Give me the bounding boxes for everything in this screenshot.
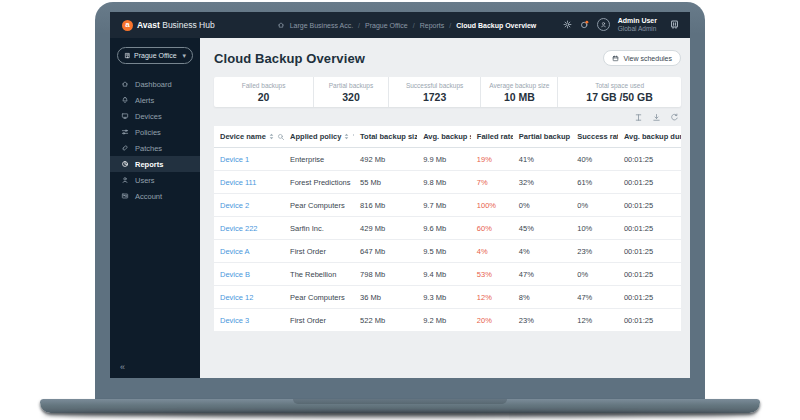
reports-icon xyxy=(121,160,129,168)
column-label: Avg. backup duration xyxy=(624,132,681,141)
cell-failed-rate: 60% xyxy=(471,217,513,240)
topbar-actions: Admin User Global Admin xyxy=(563,17,680,33)
cell-failed-rate: 4% xyxy=(471,240,513,263)
column-header-partial-backup-rate[interactable]: Partial backup rate xyxy=(513,126,571,148)
sidebar-nav: DashboardAlertsDevicesPoliciesPatchesRep… xyxy=(110,76,200,204)
stat-value: 320 xyxy=(342,91,360,103)
cell-device[interactable]: Device 3 xyxy=(214,309,284,332)
table-row[interactable]: Device 222Sarfin Inc.429 Mb9.6 Mb60%45%1… xyxy=(214,217,681,240)
sidebar-item-users[interactable]: Users xyxy=(110,172,200,188)
settings-gear-icon[interactable] xyxy=(563,20,572,29)
stat-label: Failed backups xyxy=(242,82,286,89)
avast-business-hub-app: a Avast Business Hub Large Business Acc.… xyxy=(110,12,690,378)
sort-icon[interactable] xyxy=(343,133,350,140)
cell-partial-rate: 45% xyxy=(513,217,571,240)
cell-partial-rate: 23% xyxy=(513,309,571,332)
stat-label: Total space used xyxy=(595,82,644,89)
patch-icon xyxy=(121,144,129,152)
chevron-down-icon: ▾ xyxy=(182,52,186,60)
sidebar-item-policies[interactable]: Policies xyxy=(110,124,200,140)
view-schedules-button[interactable]: View schedules xyxy=(603,50,681,66)
cell-avg-size: 9.2 Mb xyxy=(417,309,471,332)
console-switcher-icon[interactable] xyxy=(669,19,680,30)
laptop-screen: a Avast Business Hub Large Business Acc.… xyxy=(110,12,690,378)
refresh-icon[interactable] xyxy=(670,113,679,122)
column-header-avg-backup-duration[interactable]: Avg. backup duration xyxy=(618,126,681,148)
filter-icon[interactable] xyxy=(352,133,354,141)
column-header-device-name[interactable]: Device name xyxy=(214,126,284,148)
sidebar-item-dashboard[interactable]: Dashboard xyxy=(110,76,200,92)
sidebar-collapse-button[interactable]: « xyxy=(120,362,125,372)
breadcrumb-link[interactable]: Prague Office xyxy=(365,22,408,29)
cell-device[interactable]: Device 12 xyxy=(214,286,284,309)
main-content: Cloud Backup Overview View schedules Fai… xyxy=(200,38,690,378)
brand-name: Avast Business Hub xyxy=(137,20,215,30)
table-row[interactable]: Device 2Pear Computers816 Mb9.7 Mb100%0%… xyxy=(214,194,681,217)
breadcrumb-link[interactable]: Large Business Acc. xyxy=(290,22,353,29)
cell-device[interactable]: Device 2 xyxy=(214,194,284,217)
cell-device[interactable]: Device A xyxy=(214,240,284,263)
table-row[interactable]: Device 1Enterprise492 Mb9.9 Mb19%41%40%0… xyxy=(214,148,681,171)
cell-success-rate: 12% xyxy=(571,309,618,332)
sidebar-item-account[interactable]: Account xyxy=(110,188,200,204)
table-row[interactable]: Device BThe Rebellion798 Mb9.4 Mb53%47%0… xyxy=(214,263,681,286)
brand-logo[interactable]: a Avast Business Hub xyxy=(122,20,215,31)
sidebar-item-patches[interactable]: Patches xyxy=(110,140,200,156)
cell-device[interactable]: Device 222 xyxy=(214,217,284,240)
cell-success-rate: 47% xyxy=(571,286,618,309)
column-header-total-backup-size[interactable]: Total backup size xyxy=(354,126,417,148)
cell-policy: First Order xyxy=(284,309,354,332)
stat-total-space-used: Total space used17 GB /50 GB xyxy=(558,77,681,107)
home-icon xyxy=(277,21,285,29)
stat-label: Partial backups xyxy=(329,82,373,89)
cell-failed-rate: 7% xyxy=(471,171,513,194)
cell-duration: 00:01:25 xyxy=(618,286,681,309)
cell-device[interactable]: Device 111 xyxy=(214,171,284,194)
stat-label: Average backup size xyxy=(489,82,549,89)
table-row[interactable]: Device AFirst Order647 Mb9.5 Mb4%4%23%00… xyxy=(214,240,681,263)
user-role: Global Admin xyxy=(618,25,657,32)
cell-policy: Forest Predictions xyxy=(284,171,354,194)
sort-icon[interactable] xyxy=(268,133,275,140)
breadcrumb: Large Business Acc./Prague Office/Report… xyxy=(277,21,537,29)
backup-report-table: Device nameApplied policyTotal backup si… xyxy=(214,126,681,331)
sidebar-item-alerts[interactable]: Alerts xyxy=(110,92,200,108)
bell-icon xyxy=(121,96,129,104)
sliders-icon xyxy=(121,128,129,136)
table-row[interactable]: Device 12Pear Computers36 Mb9.3 Mb12%8%4… xyxy=(214,286,681,309)
user-avatar[interactable] xyxy=(597,18,610,31)
column-header-applied-policy[interactable]: Applied policy xyxy=(284,126,354,148)
sidebar-item-reports[interactable]: Reports xyxy=(110,156,200,172)
table-columns-icon[interactable] xyxy=(634,113,643,122)
column-header-success-rate[interactable]: Success rate xyxy=(571,126,618,148)
users-icon xyxy=(121,176,129,184)
column-header-failed-rate[interactable]: Failed rate xyxy=(471,126,513,148)
column-header-avg-backup-size[interactable]: Avg. backup size xyxy=(417,126,471,148)
cell-avg-size: 9.5 Mb xyxy=(417,240,471,263)
view-schedules-label: View schedules xyxy=(623,55,672,62)
search-icon[interactable] xyxy=(277,133,284,141)
cell-avg-size: 9.6 Mb xyxy=(417,217,471,240)
cell-duration: 00:01:25 xyxy=(618,148,681,171)
cell-partial-rate: 41% xyxy=(513,148,571,171)
sidebar-item-devices[interactable]: Devices xyxy=(110,108,200,124)
cell-partial-rate: 47% xyxy=(513,263,571,286)
table-header-row: Device nameApplied policyTotal backup si… xyxy=(214,126,681,148)
table-row[interactable]: Device 111Forest Predictions55 Mb9.8 Mb7… xyxy=(214,171,681,194)
breadcrumb-link[interactable]: Reports xyxy=(420,22,445,29)
cell-device[interactable]: Device 1 xyxy=(214,148,284,171)
table-row[interactable]: Device 3First Order522 Mb9.2 Mb20%23%12%… xyxy=(214,309,681,332)
stat-partial-backups: Partial backups320 xyxy=(314,77,389,107)
cell-device[interactable]: Device B xyxy=(214,263,284,286)
cell-duration: 00:01:25 xyxy=(618,240,681,263)
cell-policy: The Rebellion xyxy=(284,263,354,286)
column-label: Device name xyxy=(220,132,266,141)
user-menu[interactable]: Admin User Global Admin xyxy=(618,17,657,33)
column-label: Failed rate xyxy=(477,132,513,141)
notifications-icon[interactable] xyxy=(580,20,589,29)
stat-average-backup-size: Average backup size10 MB xyxy=(481,77,558,107)
cell-success-rate: 40% xyxy=(571,148,618,171)
site-selector[interactable]: Prague Office ▾ xyxy=(117,47,193,64)
download-icon[interactable] xyxy=(652,113,661,122)
home-icon xyxy=(121,80,129,88)
